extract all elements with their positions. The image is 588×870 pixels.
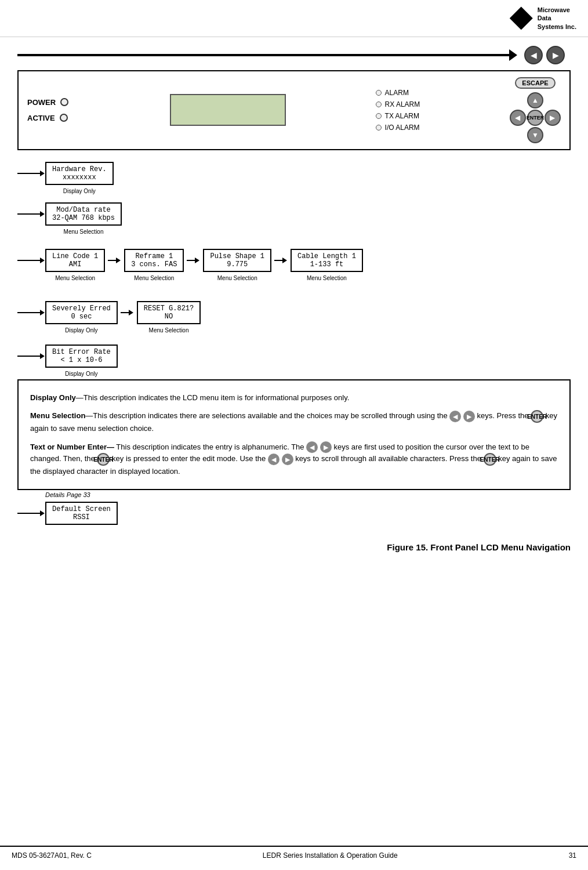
escape-button[interactable]: ESCAPE — [515, 77, 555, 89]
left-arrow-icon2: ◀ — [306, 441, 318, 453]
dpad-left-button[interactable]: ◀ — [510, 110, 526, 126]
default-screen-menu-box: Default Screen RSSI — [45, 502, 118, 525]
arrow-pulse-to-cable — [274, 260, 283, 261]
cable-length-box: Cable Length 1 1-133 ft Menu Selection — [291, 249, 363, 272]
power-indicator: POWER — [27, 98, 68, 107]
text-number-paragraph: Text or Number Enter— This description i… — [30, 441, 558, 477]
panel-indicators: POWER ACTIVE — [27, 98, 68, 122]
arrow-line-code-to-reframe — [108, 260, 117, 261]
footer-left: MDS 05-3627A01, Rev. C — [12, 851, 92, 860]
mod-data-rate-menu-box: Mod/Data rate 32-QAM 768 kbps Menu Selec… — [45, 202, 122, 226]
dpad-empty-tr — [545, 92, 561, 108]
arrow-to-mod — [17, 213, 41, 215]
section-line-code: Line Code 1 AMI Menu Selection Reframe 1… — [17, 249, 571, 272]
severely-erred-menu-box: Severely Erred 0 sec Display Only — [45, 301, 118, 324]
dpad-empty-bl — [510, 127, 526, 143]
dpad-right-button[interactable]: ▶ — [545, 110, 561, 126]
right-arrow-icon: ▶ — [463, 411, 475, 422]
arrow-head-se-reset — [129, 310, 133, 316]
enter-inline-icon2: ENTER — [97, 453, 110, 466]
panel-controls: ESCAPE ▲ ◀ ENTER ▶ ▼ — [510, 77, 561, 143]
arrow-se-to-reset — [121, 312, 129, 313]
arrow-head-hardware — [40, 171, 45, 176]
bit-error-rate-box: Bit Error Rate < 1 x 10-6 Display Only — [45, 345, 118, 368]
enter-button[interactable]: ENTER — [527, 110, 543, 126]
front-panel: POWER ACTIVE ALARM RX ALARM TX ALARM I/O… — [17, 70, 571, 150]
right-arrow-icon2: ▶ — [320, 441, 332, 453]
section-errors: Severely Erred 0 sec Display Only RESET … — [17, 301, 571, 368]
display-only-paragraph: Display Only—This description indicates … — [30, 392, 558, 404]
rx-alarm-led — [376, 102, 382, 107]
dpad-empty-br — [545, 127, 561, 143]
arrow-head-ber — [40, 353, 45, 359]
logo-text: Microwave Data Systems Inc. — [538, 6, 576, 31]
reframe-box: Reframe 1 3 cons. FAS Menu Selection — [124, 249, 184, 272]
figure-caption: Figure 15. Front Panel LCD Menu Navigati… — [17, 536, 571, 552]
footer-center: LEDR Series Installation & Operation Gui… — [263, 851, 398, 860]
arrow-head-default — [40, 510, 45, 516]
arrow-head-ps-cl — [282, 258, 287, 263]
bit-error-rate-menu-box: Bit Error Rate < 1 x 10-6 Display Only — [45, 345, 118, 368]
lcd-display — [170, 94, 286, 126]
reset-g821-menu-box: RESET G.821? NO Menu Selection — [137, 301, 201, 324]
arrow-to-bit-error — [17, 356, 41, 357]
footer: MDS 05-3627A01, Rev. C LEDR Series Insta… — [0, 846, 588, 864]
tx-alarm-led — [376, 113, 382, 119]
enter-inline-icon: ENTER — [531, 410, 543, 423]
alarm-led — [376, 90, 382, 96]
left-arrow-icon: ◀ — [449, 411, 461, 422]
reset-g821-box: RESET G.821? NO Menu Selection — [137, 301, 201, 324]
dpad-down-button[interactable]: ▼ — [527, 127, 543, 143]
active-led — [60, 114, 68, 122]
cable-length-menu-box: Cable Length 1 1-133 ft Menu Selection — [291, 249, 363, 272]
mod-data-rate-box: Mod/Data rate 32-QAM 768 kbps Menu Selec… — [45, 202, 122, 226]
arrow-to-hardware — [17, 173, 41, 174]
default-screen-section: Details Page 33 Default Screen RSSI — [17, 502, 571, 525]
nav-right-button[interactable]: ▶ — [546, 46, 565, 64]
arrow-reframe-to-pulse — [187, 260, 195, 261]
power-led — [60, 98, 68, 106]
dpad-up-button[interactable]: ▲ — [527, 92, 543, 108]
io-alarm-row: I/O ALARM — [376, 124, 420, 132]
pulse-shape-box: Pulse Shape 1 9.775 Menu Selection — [203, 249, 271, 272]
logo-area: Microwave Data Systems Inc. — [510, 6, 576, 31]
arrow-head-se — [40, 310, 45, 316]
mds-logo-icon — [510, 6, 533, 30]
dpad: ▲ ◀ ENTER ▶ ▼ — [510, 92, 561, 143]
info-box: Display Only—This description indicates … — [17, 379, 571, 490]
default-screen-box: Details Page 33 Default Screen RSSI — [45, 502, 118, 525]
nav-line — [17, 54, 510, 56]
hardware-rev-box: Hardware Rev. xxxxxxxx Display Only — [45, 162, 114, 185]
nav-left-button[interactable]: ◀ — [524, 46, 543, 64]
dpad-empty-tl — [510, 92, 526, 108]
arrow-to-default — [17, 513, 41, 514]
details-page-label: Details Page 33 — [45, 491, 90, 498]
nav-buttons: ◀ ▶ — [524, 46, 565, 64]
rx-alarm-row: RX ALARM — [376, 100, 420, 108]
active-indicator: ACTIVE — [27, 114, 68, 122]
arrow-to-line-code — [17, 260, 41, 261]
arrow-head-mod — [40, 211, 45, 217]
tx-alarm-row: TX ALARM — [376, 112, 420, 120]
arrow-to-severely-erred — [17, 312, 41, 313]
io-alarm-led — [376, 125, 382, 130]
severely-erred-box: Severely Erred 0 sec Display Only — [45, 301, 118, 324]
reframe-menu-box: Reframe 1 3 cons. FAS Menu Selection — [124, 249, 184, 272]
arrow-head-lc-rf — [116, 258, 121, 263]
menu-selection-paragraph: Menu Selection—This description indicate… — [30, 410, 558, 434]
pulse-shape-menu-box: Pulse Shape 1 9.775 Menu Selection — [203, 249, 271, 272]
left-arrow-icon3: ◀ — [268, 454, 280, 465]
footer-right: 31 — [569, 851, 576, 860]
right-arrow-icon3: ▶ — [282, 454, 293, 465]
alarm-row: ALARM — [376, 89, 420, 97]
line-code-box: Line Code 1 AMI Menu Selection — [45, 249, 105, 272]
enter-inline-icon3: ENTER — [484, 453, 496, 466]
hardware-rev-menu-box: Hardware Rev. xxxxxxxx Display Only — [45, 162, 114, 185]
arrow-head-rf-ps — [195, 258, 199, 263]
nav-arrow-right-icon — [509, 49, 517, 61]
arrow-head-line-code — [40, 258, 45, 263]
alarm-indicators: ALARM RX ALARM TX ALARM I/O ALARM — [376, 89, 420, 132]
line-code-menu-box: Line Code 1 AMI Menu Selection — [45, 249, 105, 272]
section-hardware: Hardware Rev. xxxxxxxx Display Only Mod/… — [17, 162, 571, 226]
header: Microwave Data Systems Inc. — [0, 0, 588, 37]
